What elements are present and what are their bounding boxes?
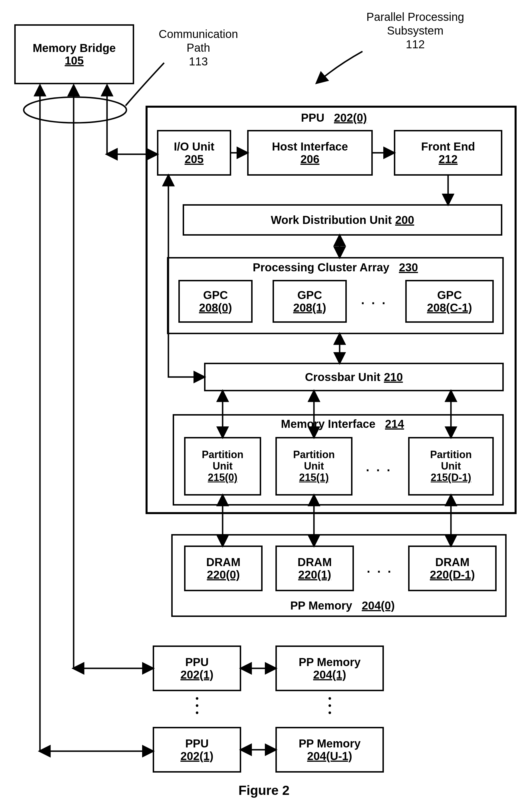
gpcN-title: GPC: [437, 289, 462, 301]
host-if-title: Host Interface: [272, 140, 348, 153]
dN-id: 220(D-1): [430, 568, 475, 581]
figure-caption: Figure 2: [221, 783, 307, 798]
subsystem-label: Parallel Processing Subsystem 112: [351, 10, 479, 51]
svg-point-0: [24, 97, 127, 123]
mif-heading: Memory Interface 214: [243, 418, 442, 430]
pca-title: Processing Cluster Array: [253, 261, 390, 274]
diagram-canvas: Memory Bridge 105 Communication Path 113…: [0, 0, 532, 808]
memU-id: 204(U-1): [307, 750, 352, 763]
d1-box: DRAM 220(1): [276, 546, 354, 591]
subsystem-id: 112: [351, 37, 479, 51]
host-if-box: Host Interface 206: [247, 130, 373, 176]
ppmem0-title: PP Memory: [290, 599, 352, 612]
memory-bridge-box: Memory Bridge 105: [14, 24, 134, 84]
pN-id: 215(D-1): [431, 472, 471, 483]
host-if-id: 206: [301, 153, 320, 166]
wdu-box: Work Distribution Unit 200: [183, 204, 502, 236]
memU-title: PP Memory: [299, 737, 360, 750]
ppu1-box: PPU 202(1): [153, 645, 241, 691]
p0-id: 215(0): [208, 472, 238, 483]
xbar-id: 210: [384, 371, 403, 384]
io-unit-title: I/O Unit: [174, 140, 214, 153]
ppu1-title: PPU: [185, 656, 209, 668]
ppu0-title: PPU: [301, 111, 324, 124]
ppu0-id: 202(0): [334, 111, 367, 124]
pca-id: 230: [399, 261, 418, 274]
p1-box: Partition Unit 215(1): [276, 437, 353, 496]
xbar-title: Crossbar Unit: [305, 371, 380, 383]
dN-box: DRAM 220(D-1): [408, 546, 497, 591]
mif-title: Memory Interface: [281, 418, 375, 430]
ppuU-title: PPU: [185, 737, 209, 750]
pN-title: Partition Unit: [430, 449, 472, 472]
dram-ellipsis: . . .: [367, 561, 393, 575]
d0-box: DRAM 220(0): [184, 546, 263, 591]
ppuU-box: PPU 202(1): [153, 727, 241, 773]
mem-vdots: [328, 693, 331, 715]
pN-box: Partition Unit 215(D-1): [408, 437, 494, 496]
d0-title: DRAM: [206, 556, 241, 568]
partition-ellipsis: . . .: [366, 460, 392, 474]
io-unit-id: 205: [185, 153, 204, 166]
ppu0-heading: PPU 202(0): [288, 111, 380, 124]
ppu1-id: 202(1): [180, 668, 213, 681]
memory-bridge-id: 105: [65, 54, 84, 67]
p0-title: Partition Unit: [202, 449, 244, 472]
front-end-title: Front End: [421, 140, 475, 153]
front-end-box: Front End 212: [394, 130, 502, 176]
gpcN-id: 208(C-1): [427, 301, 472, 314]
comm-path-text: Communication Path: [150, 27, 247, 55]
mem1-box: PP Memory 204(1): [276, 645, 384, 691]
gpcN-box: GPC 208(C-1): [405, 280, 494, 323]
gpc0-title: GPC: [203, 289, 228, 301]
memU-box: PP Memory 204(U-1): [276, 727, 384, 773]
io-unit-box: I/O Unit 205: [157, 130, 231, 176]
wdu-title: Work Distribution Unit: [271, 214, 392, 226]
gpc1-title: GPC: [298, 289, 322, 301]
gpc0-id: 208(0): [199, 301, 232, 314]
gpc0-box: GPC 208(0): [178, 280, 252, 323]
comm-path-id: 113: [150, 55, 247, 68]
pca-heading: Processing Cluster Array 230: [214, 261, 457, 274]
wdu-id: 200: [395, 214, 414, 226]
mem1-id: 204(1): [313, 668, 346, 681]
p1-title: Partition Unit: [293, 449, 335, 472]
ppu-vdots: [195, 693, 198, 715]
d1-id: 220(1): [298, 568, 331, 581]
xbar-box: Crossbar Unit 210: [204, 363, 504, 391]
gpc-ellipsis: . . .: [361, 293, 387, 307]
gpc1-box: GPC 208(1): [272, 280, 347, 323]
mem1-title: PP Memory: [299, 656, 360, 668]
ppmem0-heading: PP Memory 204(0): [257, 599, 428, 612]
p0-box: Partition Unit 215(0): [184, 437, 261, 496]
d0-id: 220(0): [207, 568, 240, 581]
memory-bridge-title: Memory Bridge: [33, 42, 116, 54]
ppmem0-id: 204(0): [362, 599, 395, 612]
dN-title: DRAM: [435, 556, 470, 568]
ppuU-id: 202(1): [180, 750, 213, 763]
gpc1-id: 208(1): [293, 301, 326, 314]
subsystem-text: Parallel Processing Subsystem: [351, 10, 479, 37]
d1-title: DRAM: [298, 556, 332, 568]
front-end-id: 212: [439, 153, 458, 166]
p1-id: 215(1): [299, 472, 329, 483]
mif-id: 214: [385, 418, 404, 430]
communication-path-label: Communication Path 113: [150, 27, 247, 68]
